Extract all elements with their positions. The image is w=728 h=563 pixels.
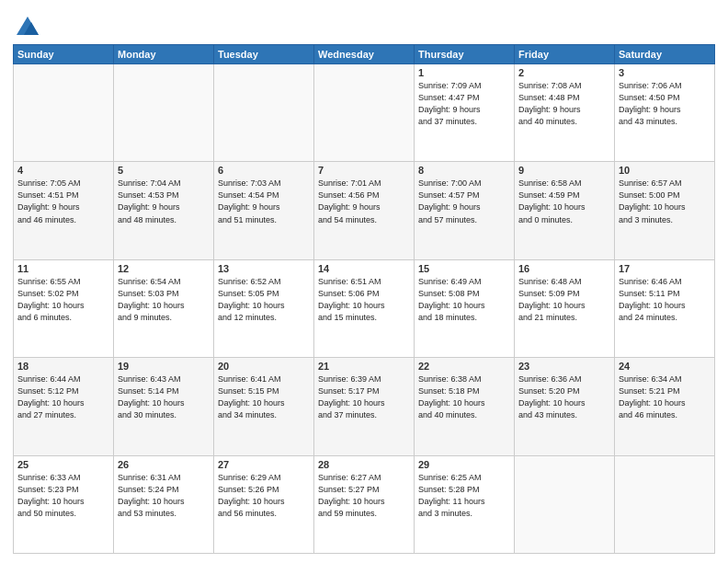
day-number: 12	[118, 263, 210, 274]
day-number: 24	[619, 361, 711, 372]
day-number: 17	[619, 263, 711, 274]
day-info: Sunrise: 6:31 AMSunset: 5:24 PMDaylight:…	[118, 472, 210, 520]
day-number: 23	[518, 361, 610, 372]
day-info: Sunrise: 6:25 AMSunset: 5:28 PMDaylight:…	[418, 472, 510, 520]
calendar-cell: 23Sunrise: 6:36 AMSunset: 5:20 PMDayligh…	[515, 358, 615, 455]
day-info: Sunrise: 6:48 AMSunset: 5:09 PMDaylight:…	[518, 276, 610, 324]
day-info: Sunrise: 7:08 AMSunset: 4:48 PMDaylight:…	[518, 80, 610, 128]
day-number: 25	[17, 459, 109, 470]
calendar-cell: 4Sunrise: 7:05 AMSunset: 4:51 PMDaylight…	[14, 162, 114, 259]
day-number: 27	[218, 459, 310, 470]
day-number: 6	[218, 165, 310, 176]
calendar-cell: 1Sunrise: 7:09 AMSunset: 4:47 PMDaylight…	[415, 64, 515, 162]
day-info: Sunrise: 6:27 AMSunset: 5:27 PMDaylight:…	[318, 472, 410, 520]
day-info: Sunrise: 6:38 AMSunset: 5:18 PMDaylight:…	[418, 373, 510, 421]
day-info: Sunrise: 7:03 AMSunset: 4:54 PMDaylight:…	[218, 178, 310, 225]
calendar-table: SundayMondayTuesdayWednesdayThursdayFrid…	[13, 44, 715, 554]
day-number: 16	[518, 263, 610, 274]
weekday-header-sunday: Sunday	[14, 45, 114, 64]
day-info: Sunrise: 7:04 AMSunset: 4:53 PMDaylight:…	[118, 178, 210, 225]
calendar-cell: 17Sunrise: 6:46 AMSunset: 5:11 PMDayligh…	[615, 259, 715, 357]
day-number: 22	[418, 361, 510, 372]
day-number: 13	[218, 263, 310, 274]
calendar-cell: 10Sunrise: 6:57 AMSunset: 5:00 PMDayligh…	[615, 162, 715, 259]
calendar-cell: 21Sunrise: 6:39 AMSunset: 5:17 PMDayligh…	[314, 358, 415, 455]
day-info: Sunrise: 6:41 AMSunset: 5:15 PMDaylight:…	[218, 373, 310, 421]
calendar-cell: 28Sunrise: 6:27 AMSunset: 5:27 PMDayligh…	[314, 455, 415, 553]
calendar-cell: 29Sunrise: 6:25 AMSunset: 5:28 PMDayligh…	[415, 455, 515, 553]
day-number: 4	[17, 165, 109, 176]
day-number: 28	[318, 459, 410, 470]
weekday-header-friday: Friday	[515, 45, 615, 64]
weekday-header-thursday: Thursday	[415, 45, 515, 64]
calendar-cell: 5Sunrise: 7:04 AMSunset: 4:53 PMDaylight…	[114, 162, 214, 259]
page: SundayMondayTuesdayWednesdayThursdayFrid…	[0, 0, 728, 563]
day-number: 9	[518, 165, 610, 176]
day-info: Sunrise: 6:52 AMSunset: 5:05 PMDaylight:…	[218, 276, 310, 324]
calendar-cell: 24Sunrise: 6:34 AMSunset: 5:21 PMDayligh…	[615, 358, 715, 455]
day-info: Sunrise: 6:58 AMSunset: 4:59 PMDaylight:…	[518, 178, 610, 225]
weekday-header-saturday: Saturday	[615, 45, 715, 64]
calendar-cell: 22Sunrise: 6:38 AMSunset: 5:18 PMDayligh…	[415, 358, 515, 455]
weekday-header-row: SundayMondayTuesdayWednesdayThursdayFrid…	[14, 45, 715, 64]
calendar-cell	[214, 64, 314, 162]
day-number: 14	[318, 263, 410, 274]
logo	[13, 13, 40, 37]
calendar-cell: 15Sunrise: 6:49 AMSunset: 5:08 PMDayligh…	[415, 259, 515, 357]
calendar-cell: 18Sunrise: 6:44 AMSunset: 5:12 PMDayligh…	[14, 358, 114, 455]
calendar-week-row: 1Sunrise: 7:09 AMSunset: 4:47 PMDaylight…	[14, 64, 715, 162]
calendar-cell: 26Sunrise: 6:31 AMSunset: 5:24 PMDayligh…	[114, 455, 214, 553]
calendar-cell: 12Sunrise: 6:54 AMSunset: 5:03 PMDayligh…	[114, 259, 214, 357]
day-info: Sunrise: 6:46 AMSunset: 5:11 PMDaylight:…	[619, 276, 711, 324]
calendar-cell: 14Sunrise: 6:51 AMSunset: 5:06 PMDayligh…	[314, 259, 415, 357]
calendar-cell: 7Sunrise: 7:01 AMSunset: 4:56 PMDaylight…	[314, 162, 415, 259]
weekday-header-wednesday: Wednesday	[314, 45, 415, 64]
calendar-cell	[615, 455, 715, 553]
calendar-week-row: 11Sunrise: 6:55 AMSunset: 5:02 PMDayligh…	[14, 259, 715, 357]
day-number: 18	[17, 361, 109, 372]
day-info: Sunrise: 6:36 AMSunset: 5:20 PMDaylight:…	[518, 373, 610, 421]
calendar-cell: 9Sunrise: 6:58 AMSunset: 4:59 PMDaylight…	[515, 162, 615, 259]
calendar-cell: 8Sunrise: 7:00 AMSunset: 4:57 PMDaylight…	[415, 162, 515, 259]
day-info: Sunrise: 6:49 AMSunset: 5:08 PMDaylight:…	[418, 276, 510, 324]
day-info: Sunrise: 6:43 AMSunset: 5:14 PMDaylight:…	[118, 373, 210, 421]
day-number: 29	[418, 459, 510, 470]
calendar-cell: 13Sunrise: 6:52 AMSunset: 5:05 PMDayligh…	[214, 259, 314, 357]
day-number: 1	[418, 67, 510, 78]
calendar-cell: 27Sunrise: 6:29 AMSunset: 5:26 PMDayligh…	[214, 455, 314, 553]
day-info: Sunrise: 6:51 AMSunset: 5:06 PMDaylight:…	[318, 276, 410, 324]
calendar-cell: 6Sunrise: 7:03 AMSunset: 4:54 PMDaylight…	[214, 162, 314, 259]
day-number: 11	[17, 263, 109, 274]
day-number: 19	[118, 361, 210, 372]
day-info: Sunrise: 6:33 AMSunset: 5:23 PMDaylight:…	[17, 472, 109, 520]
day-info: Sunrise: 6:44 AMSunset: 5:12 PMDaylight:…	[17, 373, 109, 421]
day-number: 7	[318, 165, 410, 176]
day-info: Sunrise: 7:00 AMSunset: 4:57 PMDaylight:…	[418, 178, 510, 225]
calendar-week-row: 4Sunrise: 7:05 AMSunset: 4:51 PMDaylight…	[14, 162, 715, 259]
day-number: 2	[518, 67, 610, 78]
day-info: Sunrise: 6:34 AMSunset: 5:21 PMDaylight:…	[619, 373, 711, 421]
day-number: 8	[418, 165, 510, 176]
day-info: Sunrise: 7:09 AMSunset: 4:47 PMDaylight:…	[418, 80, 510, 128]
weekday-header-tuesday: Tuesday	[214, 45, 314, 64]
day-info: Sunrise: 6:39 AMSunset: 5:17 PMDaylight:…	[318, 373, 410, 421]
day-info: Sunrise: 7:06 AMSunset: 4:50 PMDaylight:…	[619, 80, 711, 128]
calendar-week-row: 25Sunrise: 6:33 AMSunset: 5:23 PMDayligh…	[14, 455, 715, 553]
day-info: Sunrise: 6:29 AMSunset: 5:26 PMDaylight:…	[218, 472, 310, 520]
calendar-cell: 25Sunrise: 6:33 AMSunset: 5:23 PMDayligh…	[14, 455, 114, 553]
calendar-cell: 16Sunrise: 6:48 AMSunset: 5:09 PMDayligh…	[515, 259, 615, 357]
day-number: 3	[619, 67, 711, 78]
day-number: 5	[118, 165, 210, 176]
calendar-cell: 11Sunrise: 6:55 AMSunset: 5:02 PMDayligh…	[14, 259, 114, 357]
day-info: Sunrise: 7:01 AMSunset: 4:56 PMDaylight:…	[318, 178, 410, 225]
calendar-cell: 2Sunrise: 7:08 AMSunset: 4:48 PMDaylight…	[515, 64, 615, 162]
calendar-cell: 20Sunrise: 6:41 AMSunset: 5:15 PMDayligh…	[214, 358, 314, 455]
calendar-cell	[14, 64, 114, 162]
day-info: Sunrise: 6:57 AMSunset: 5:00 PMDaylight:…	[619, 178, 711, 225]
calendar-cell	[114, 64, 214, 162]
day-number: 15	[418, 263, 510, 274]
calendar-cell: 19Sunrise: 6:43 AMSunset: 5:14 PMDayligh…	[114, 358, 214, 455]
day-info: Sunrise: 7:05 AMSunset: 4:51 PMDaylight:…	[17, 178, 109, 225]
day-info: Sunrise: 6:54 AMSunset: 5:03 PMDaylight:…	[118, 276, 210, 324]
day-number: 10	[619, 165, 711, 176]
